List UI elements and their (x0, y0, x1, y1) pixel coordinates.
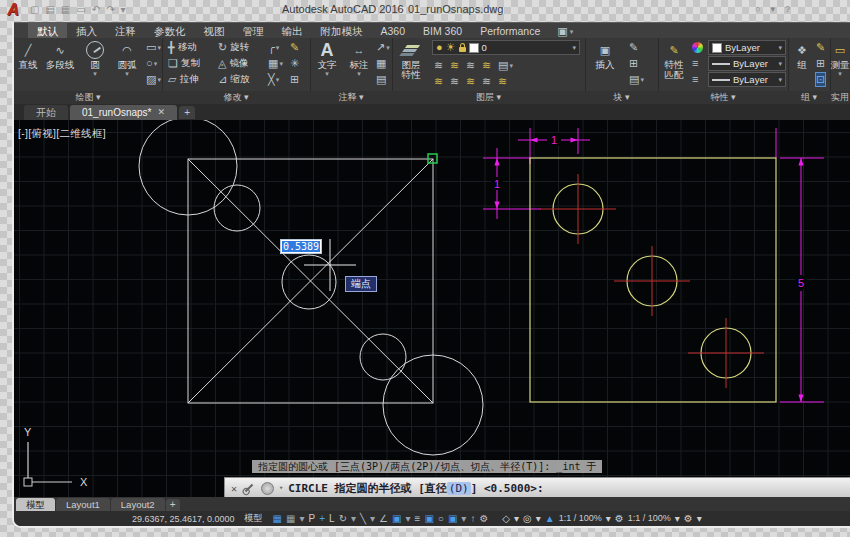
annotation-scale-value[interactable]: 1:1 / 100% (559, 514, 602, 523)
wrench-icon[interactable] (245, 484, 253, 492)
annotation-scale-icon[interactable]: ▲ (545, 514, 555, 524)
lineweight-icon[interactable]: ≡ (415, 514, 421, 524)
pline-button[interactable]: ∿多段线 (42, 40, 78, 70)
layout-tab-Layout1[interactable]: Layout1 (56, 498, 110, 511)
ribbon-tab-BIM 360[interactable]: BIM 360 (414, 23, 471, 39)
autoscale-dropdown-icon[interactable]: ▾ (536, 514, 541, 524)
attr2-button[interactable]: ⊞ (629, 57, 638, 70)
leader-button[interactable]: ↗▾ (376, 41, 390, 54)
signin-icon[interactable]: ▾ (770, 4, 775, 14)
open-file-icon[interactable]: ▤ (45, 3, 54, 17)
save-file-icon[interactable]: ▦ (61, 3, 70, 17)
annotation-visibility-icon[interactable]: ◇ (502, 514, 510, 524)
3d-osnap-dropdown-icon[interactable]: ▾ (461, 514, 466, 524)
ribbon-tab-默认[interactable]: 默认 (28, 23, 67, 39)
search-icon[interactable]: ○ (755, 4, 760, 14)
transparency-icon[interactable]: ▣ (424, 514, 433, 524)
attr3-button[interactable]: ▤▾ (629, 73, 644, 86)
undo-icon[interactable]: ↶ (92, 3, 100, 17)
match-button[interactable]: ✎特性匹配 (658, 40, 690, 80)
autocad-logo-icon[interactable]: A (3, 0, 23, 20)
polar-icon[interactable]: P (309, 514, 316, 524)
ribbon-tab-视图[interactable]: 视图 (195, 23, 234, 39)
autoscale-icon[interactable]: ◎ (523, 514, 532, 524)
model-space-label[interactable]: 模型 (245, 512, 263, 525)
snap-grid-icon[interactable]: ▦ (273, 514, 282, 524)
redo-icon[interactable]: ↷ (106, 3, 114, 17)
group-button[interactable]: ❖组 (790, 40, 814, 70)
scale-button[interactable]: ⊿缩放 (218, 72, 249, 86)
panel-label-draw[interactable]: 绘图 ▾ (14, 91, 162, 104)
attr-button[interactable]: ✎ (629, 41, 638, 54)
lb-button[interactable]: ≋ (434, 59, 443, 72)
line-button[interactable]: ╱直线 (14, 40, 42, 70)
grid-display-icon[interactable]: ▦ (286, 514, 295, 524)
dim-button[interactable]: ↔标注▾ (344, 40, 374, 77)
ribbon-tab-附加模块[interactable]: 附加模块 (312, 23, 372, 39)
polar-dropdown-icon[interactable]: ▾ (351, 514, 356, 524)
panel-label-layers[interactable]: 图层 ▾ (392, 91, 585, 104)
lines-button[interactable]: ≡ (692, 73, 698, 86)
move-button[interactable]: ╋移动 (168, 40, 197, 54)
annotation-dropdown-icon[interactable]: ▾ (514, 514, 519, 524)
recent-commands-dropdown-icon[interactable]: ▾ (279, 485, 283, 492)
scale-dropdown-icon[interactable]: ▾ (606, 514, 611, 524)
ribbon-tab-Performance[interactable]: Performance (471, 23, 549, 39)
tbl2-button[interactable]: ▤ (376, 73, 386, 86)
layer-select[interactable]: ●☀0▾ (432, 40, 580, 55)
lby-button[interactable]: ≋ (434, 75, 443, 88)
customize-gear-icon[interactable]: ⚙ (684, 514, 693, 524)
ruler-button[interactable]: ▭测量▾ (830, 40, 850, 77)
polar-tracking-icon[interactable]: ↻ (339, 514, 347, 524)
workspace-gear-icon[interactable]: ⚙ (615, 514, 624, 524)
attr2-button[interactable]: ⊞ (290, 73, 299, 86)
ribbon-display-toggle[interactable]: ▣▾ (549, 23, 581, 39)
customize-dropdown-icon[interactable]: ▾ (697, 514, 702, 524)
panel-label-group[interactable]: 组 ▾ (788, 91, 830, 104)
quick-properties-icon[interactable]: ⚙ (479, 514, 488, 524)
dynamic-input-icon[interactable]: + (319, 514, 325, 524)
diameter-option[interactable]: (D) (447, 482, 471, 495)
panel-label-annotation[interactable]: 注释 ▾ (310, 91, 392, 104)
fillet-button[interactable]: ╭▾ (268, 41, 279, 54)
viewport-scale-dropdown-icon[interactable]: ▾ (675, 514, 680, 524)
rects-button[interactable]: ▭▾ (146, 41, 161, 54)
lby-button[interactable]: ≋ (482, 59, 491, 72)
osnap-dropdown-icon[interactable]: ▾ (406, 514, 411, 524)
ribbon-tab-A360[interactable]: A360 (372, 23, 415, 39)
ribbon-tab-输出[interactable]: 输出 (273, 23, 312, 39)
selection-cycling-icon[interactable]: ○ (438, 514, 444, 524)
pencil-button[interactable]: ✎ (290, 41, 299, 54)
lb-button[interactable]: ≋ (466, 59, 475, 72)
lines-button[interactable]: ≡ (692, 57, 698, 70)
layout-tab-模型[interactable]: 模型 (16, 498, 55, 511)
textA-button[interactable]: A文字▾ (312, 40, 342, 77)
array-button[interactable]: ▦▾ (268, 57, 283, 70)
cirbig-button[interactable]: 圆▾ (80, 40, 110, 77)
rotate-button[interactable]: ↻旋转 (218, 40, 249, 54)
viewport-controls[interactable]: [-][俯视][二维线框] (18, 127, 106, 141)
3d-osnap-icon[interactable]: ▣ (448, 514, 457, 524)
copy-button[interactable]: ❏复制 (168, 56, 200, 70)
print-icon[interactable]: ▭ (76, 3, 85, 17)
bylayer-select[interactable]: ByLayer▾ (708, 72, 786, 87)
object-snap-icon[interactable]: ▣ (392, 514, 401, 524)
new-file-icon[interactable]: ▢ (30, 3, 39, 17)
ellipse-button[interactable]: ○▾ (146, 57, 157, 70)
gsel-button[interactable]: ⊡ (816, 73, 825, 86)
bylayer-select[interactable]: ByLayer▾ (708, 56, 786, 71)
panel-label-utilities[interactable]: 实用 (830, 91, 850, 104)
attr2-button[interactable]: ⊞ (816, 57, 825, 70)
isodraft-icon[interactable]: ╲ (360, 514, 366, 524)
mirror-button[interactable]: ◬镜像 (218, 56, 248, 70)
lb-button[interactable]: ≋ (482, 75, 491, 88)
isodraft-dropdown-icon[interactable]: ▾ (370, 514, 375, 524)
cad-canvas[interactable]: 115XY (14, 120, 850, 497)
trim-button[interactable]: ╳▾ (268, 73, 279, 86)
viewport-scale-value[interactable]: 1:1 / 100% (628, 514, 671, 523)
drawing-area[interactable]: 115XY [-][俯视][二维线框] 0.5389 端点 指定圆的圆心或 [三… (14, 120, 850, 497)
ortho-icon[interactable]: L (329, 514, 335, 524)
ribbon-tab-插入[interactable]: 插入 (67, 23, 106, 39)
le-button[interactable]: ▤▾ (498, 59, 513, 72)
panel-label-modify[interactable]: 修改 ▾ (162, 91, 310, 104)
